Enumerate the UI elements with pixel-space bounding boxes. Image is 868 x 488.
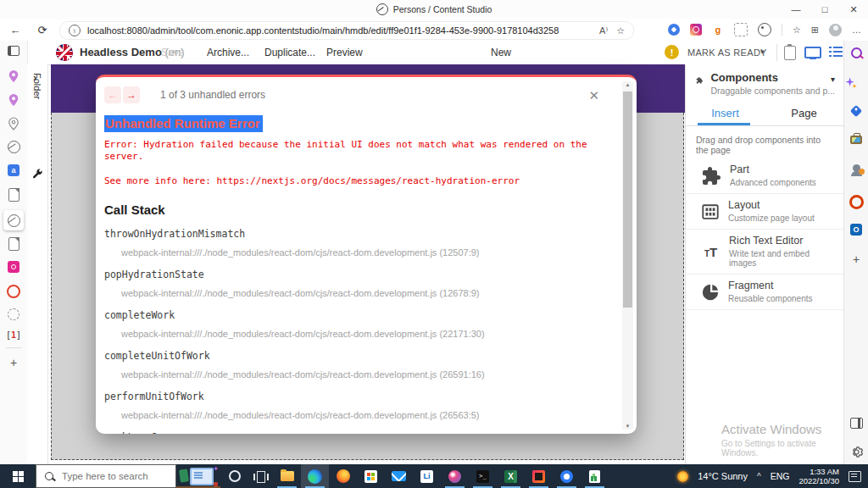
mark-as-ready-button[interactable]: MARK AS READY [687, 47, 767, 58]
call-stack-title: Call Stack [104, 202, 615, 217]
close-overlay-button[interactable]: ✕ [588, 88, 599, 103]
item-title: Layout [728, 200, 815, 211]
tab-document-icon[interactable] [0, 188, 27, 202]
active-tab-underline [698, 123, 750, 125]
green-doc-app-icon[interactable] [581, 464, 609, 488]
mark-as-ready-caret-icon[interactable]: ▾ [760, 47, 765, 56]
tab-pin-purple2-icon[interactable] [0, 93, 27, 107]
preview-monitor-icon[interactable] [804, 47, 821, 58]
item-subtitle: Write text and embed images [729, 249, 835, 268]
url-bar[interactable]: i localhost:8080/admin/tool/com.enonic.a… [59, 21, 634, 40]
site-info-icon[interactable]: i [69, 25, 81, 36]
component-item-fragment[interactable]: Fragment Reusable components [686, 274, 843, 310]
search-input[interactable] [60, 470, 165, 482]
intellij-icon[interactable] [525, 464, 553, 488]
extension-camera-icon[interactable] [690, 24, 702, 36]
taskbar-search[interactable] [36, 464, 176, 488]
new-tab-button[interactable]: + [0, 356, 27, 369]
extensions-row: g ☆ ⊞ … [668, 21, 861, 38]
extension-cookie-icon[interactable] [758, 23, 771, 36]
back-button[interactable]: ← [7, 21, 24, 38]
weather-text[interactable]: 14°C Sunny [698, 471, 748, 481]
wrench-icon[interactable] [31, 168, 43, 180]
tab-pin-purple-icon[interactable] [0, 69, 27, 83]
extension-screenshot-icon[interactable] [734, 23, 748, 36]
linkedin-icon[interactable]: Li [413, 464, 441, 488]
profile-avatar[interactable] [829, 24, 842, 36]
read-aloud-icon[interactable]: A⁾ [599, 25, 608, 36]
error-info-link[interactable]: See more info here: https://nextjs.org/d… [104, 175, 615, 186]
scroll-up-icon[interactable]: ▲ [622, 82, 633, 87]
extension-orange-icon[interactable]: g [712, 24, 724, 36]
paint-icon[interactable] [441, 464, 469, 488]
sidebar-shopping-tag-icon[interactable] [844, 107, 868, 115]
clock[interactable]: 1:33 AM 2022/10/30 [798, 467, 839, 486]
firefox-icon[interactable] [329, 464, 357, 488]
sidebar-outlook-icon[interactable]: O [844, 224, 868, 236]
maximize-button[interactable]: □ [810, 0, 839, 19]
edge-icon[interactable] [301, 464, 329, 488]
tab-translate-icon[interactable]: a [0, 164, 27, 176]
previous-error-button[interactable]: ← [104, 86, 121, 103]
sidebar-copilot-sparkle-icon[interactable] [844, 76, 858, 90]
tab-bracket-icon[interactable]: [1] [0, 330, 27, 340]
weather-sun-icon[interactable] [677, 471, 688, 482]
terminal-icon[interactable]: >_ [469, 464, 497, 488]
sidebar-toolbox-icon[interactable] [844, 136, 868, 144]
components-collapse-caret-icon[interactable]: ▾ [831, 75, 835, 84]
scrollbar-thumb[interactable] [623, 92, 632, 308]
file-explorer-icon[interactable] [273, 464, 301, 488]
search-highlight-illustration[interactable]: ✦ [176, 464, 220, 488]
minimize-button[interactable]: — [782, 0, 810, 19]
component-list-icon[interactable] [829, 47, 843, 58]
store-icon[interactable] [357, 464, 385, 488]
preview-button[interactable]: Preview [326, 47, 363, 58]
cortana-icon[interactable] [229, 470, 241, 482]
archive-button[interactable]: Archive... [207, 47, 249, 58]
tab-active-enonic-icon[interactable] [0, 210, 27, 230]
component-item-part[interactable]: Part Advanced components [686, 158, 843, 194]
stack-frame: completeUnitOfWork webpack-internal:///.… [104, 350, 615, 380]
sidebar-settings-gear-icon[interactable] [844, 446, 868, 458]
tab-document2-icon[interactable] [0, 237, 27, 251]
notification-center-icon[interactable] [849, 471, 861, 482]
mail-icon[interactable] [385, 464, 413, 488]
excel-icon[interactable]: X [497, 464, 525, 488]
sidebar-games-person-icon[interactable] [844, 164, 868, 172]
collections-button[interactable]: ⊞ [811, 25, 819, 36]
scroll-down-icon[interactable]: ▼ [622, 424, 633, 429]
favorite-star-icon[interactable]: ☆ [616, 25, 625, 36]
component-item-richtext[interactable]: TT Rich Text Editor Write text and embed… [686, 230, 843, 274]
tab-panel-toggle-icon[interactable] [0, 46, 27, 56]
sidebar-search-icon[interactable] [844, 47, 868, 58]
modal-scrollbar[interactable]: ▲ ▼ [622, 81, 633, 430]
sidebar-office-icon[interactable] [844, 195, 868, 209]
tab-pink-app-icon[interactable] [0, 261, 27, 273]
tray-overflow-caret-icon[interactable]: ^ [757, 472, 761, 481]
tab-red-ring-icon[interactable] [0, 285, 27, 298]
start-button[interactable] [0, 464, 36, 488]
folder-tab-label[interactable]: Folder [32, 73, 42, 99]
component-item-layout[interactable]: Layout Customize page layout [686, 194, 843, 230]
refresh-button[interactable]: ⟳ [34, 21, 51, 38]
sidebar-panel-toggle-icon[interactable] [844, 418, 868, 429]
language-indicator[interactable]: ENG [771, 471, 790, 481]
details-clipboard-icon[interactable] [784, 46, 796, 60]
favorites-button[interactable]: ☆ [793, 25, 801, 36]
duplicate-button[interactable]: Duplicate... [264, 47, 315, 58]
tab-dashed-circle-icon[interactable] [0, 308, 27, 320]
close-button[interactable]: ✕ [839, 0, 868, 19]
blue-avatar-app-icon[interactable] [553, 464, 581, 488]
tab-enonic-icon[interactable] [0, 141, 27, 153]
settings-more-button[interactable]: … [852, 25, 861, 35]
sidebar-add-button[interactable]: + [844, 252, 868, 266]
tab-page[interactable]: Page [765, 102, 843, 125]
extension-spiral-icon[interactable] [668, 24, 680, 36]
task-view-icon[interactable] [257, 471, 265, 483]
new-button[interactable]: New [491, 47, 511, 58]
folder-tab[interactable] [27, 92, 47, 158]
save-button[interactable]: Save [161, 47, 184, 58]
tab-pin-gray-icon[interactable] [0, 117, 27, 130]
next-error-button[interactable]: → [123, 86, 140, 103]
tab-insert[interactable]: Insert [686, 102, 765, 125]
